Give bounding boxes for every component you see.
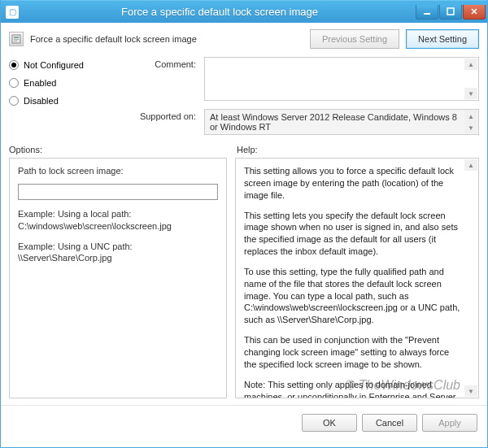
radio-label: Enabled [24, 78, 56, 88]
radio-label: Disabled [24, 96, 59, 106]
policy-title: Force a specific default lock screen ima… [30, 34, 303, 44]
supported-on-box: At least Windows Server 2012 Release Can… [204, 109, 479, 135]
example-unc-heading: Example: Using a UNC path: [18, 241, 218, 253]
window-title: Force a specific default lock screen ima… [24, 6, 416, 18]
header-row: Force a specific default lock screen ima… [1, 23, 487, 57]
svg-rect-0 [424, 13, 430, 15]
radio-icon [9, 78, 19, 88]
help-text: To use this setting, type the fully qual… [244, 266, 462, 326]
comment-label: Comment: [131, 57, 196, 101]
close-button[interactable] [463, 5, 486, 20]
state-section: Not Configured Enabled Disabled Comment:… [1, 57, 487, 140]
svg-rect-3 [14, 37, 19, 38]
radio-icon [9, 96, 19, 106]
ok-button[interactable]: OK [302, 414, 357, 432]
help-text: This setting allows you to force a speci… [244, 165, 462, 202]
help-panel: This setting allows you to force a speci… [235, 158, 479, 398]
example-unc-value: \\Server\Share\Corp.jpg [18, 252, 218, 264]
path-label: Path to lock screen image: [18, 165, 218, 177]
help-scrollbar[interactable]: ▲ ▼ [464, 159, 477, 397]
scroll-down-icon[interactable]: ▼ [464, 122, 477, 133]
policy-icon [9, 32, 24, 46]
minimize-button[interactable] [416, 5, 438, 20]
panels: Path to lock screen image: Example: Usin… [1, 158, 487, 398]
system-menu-icon[interactable]: ▢ [6, 6, 19, 19]
radio-label: Not Configured [24, 60, 84, 70]
svg-rect-5 [14, 41, 17, 41]
supported-scrollbar[interactable]: ▲ ▼ [464, 111, 477, 133]
radio-disabled[interactable]: Disabled [9, 96, 115, 106]
help-text: This setting lets you specify the defaul… [244, 210, 462, 258]
meta-column: Comment: ▲ ▼ Supported on: At least Wind… [131, 57, 479, 135]
maximize-button[interactable] [439, 5, 462, 20]
help-label: Help: [237, 145, 258, 154]
help-text: This can be used in conjunction with the… [244, 334, 462, 371]
comment-row: Comment: ▲ ▼ [131, 57, 479, 101]
cancel-button[interactable]: Cancel [362, 414, 417, 432]
supported-row: Supported on: At least Windows Server 20… [131, 109, 479, 135]
next-setting-button[interactable]: Next Setting [406, 29, 479, 49]
state-radio-group: Not Configured Enabled Disabled [9, 57, 115, 135]
section-labels: Options: Help: [1, 140, 487, 158]
scroll-up-icon[interactable]: ▲ [464, 159, 477, 171]
svg-rect-1 [447, 8, 454, 15]
previous-setting-button[interactable]: Previous Setting [310, 29, 399, 49]
supported-on-value: At least Windows Server 2012 Release Can… [210, 112, 457, 132]
options-label: Options: [9, 145, 237, 154]
comment-input[interactable]: ▲ ▼ [204, 57, 479, 101]
title-bar[interactable]: ▢ Force a specific default lock screen i… [1, 0, 487, 23]
help-text: Note: This setting only applies to domai… [244, 379, 462, 398]
radio-not-configured[interactable]: Not Configured [9, 60, 115, 70]
radio-icon [9, 60, 19, 70]
example-local-heading: Example: Using a local path: [18, 208, 218, 220]
scroll-down-icon[interactable]: ▼ [464, 88, 477, 99]
apply-button[interactable]: Apply [422, 414, 477, 432]
example-local-value: C:\windows\web\screen\lockscreen.jpg [18, 220, 218, 233]
radio-enabled[interactable]: Enabled [9, 78, 115, 88]
svg-rect-4 [14, 39, 19, 40]
options-panel: Path to lock screen image: Example: Usin… [9, 158, 227, 398]
scroll-down-icon[interactable]: ▼ [464, 385, 477, 397]
scroll-up-icon[interactable]: ▲ [464, 59, 477, 70]
window-controls [416, 5, 486, 20]
comment-scrollbar[interactable]: ▲ ▼ [464, 59, 477, 99]
dialog-buttons: OK Cancel Apply [1, 405, 487, 440]
supported-label: Supported on: [131, 109, 196, 135]
path-input[interactable] [18, 184, 218, 200]
scroll-up-icon[interactable]: ▲ [464, 111, 477, 122]
